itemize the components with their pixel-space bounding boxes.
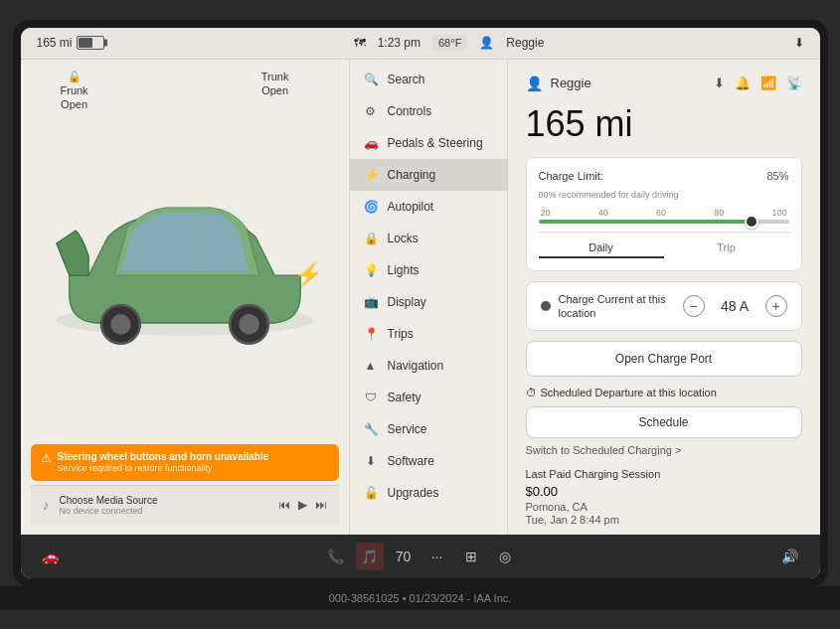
slider-label-80: 80 [714, 208, 724, 218]
charge-limit-section: Charge Limit: 85% 80% recommended for da… [526, 157, 802, 271]
svg-point-2 [110, 314, 131, 335]
menu-label-service: Service [388, 422, 427, 436]
taskbar-center: 📞 🎵 70 ··· ⊞ ◎ [322, 543, 519, 570]
main-screen: 165 mi 🗺 1:23 pm 68°F 👤 Reggie ⬇ [21, 28, 820, 578]
controls-icon: ⚙ [364, 104, 378, 118]
taskbar-volume-icon[interactable]: 🔊 [776, 543, 804, 570]
increase-current-button[interactable]: + [765, 295, 787, 317]
media-subtitle: No device connected [60, 506, 268, 516]
menu-item-search[interactable]: 🔍 Search [350, 64, 507, 95]
trips-icon: 📍 [364, 327, 378, 341]
main-content: 🔓 Frunk Open Trunk Open [21, 60, 820, 535]
menu-item-safety[interactable]: 🛡 Safety [350, 382, 507, 413]
plug-icon [541, 301, 551, 311]
open-charge-port-button[interactable]: Open Charge Port [526, 341, 802, 377]
media-controls[interactable]: ⏮ ▶ ⏭ [278, 498, 327, 512]
autopilot-icon: 🌀 [364, 200, 378, 214]
menu-label-controls: Controls [388, 104, 432, 118]
menu-label-navigation: Navigation [388, 359, 444, 373]
switch-charging-link[interactable]: Switch to Scheduled Charging > [526, 444, 802, 456]
slider-track[interactable] [539, 220, 789, 224]
taskbar-apps-icon[interactable]: ⊞ [457, 543, 485, 570]
last-session-amount: $0.00 [526, 484, 802, 499]
charge-limit-header: Charge Limit: 85% [539, 170, 789, 182]
menu-item-navigation[interactable]: ▲ Navigation [350, 350, 507, 382]
status-user-icon: 👤 [479, 36, 494, 50]
menu-label-upgrades: Upgrades [388, 486, 439, 500]
charge-limit-label: Charge Limit: [539, 170, 603, 182]
menu-item-service[interactable]: 🔧 Service [350, 413, 507, 445]
prev-button[interactable]: ⏮ [278, 498, 290, 512]
schedule-button[interactable]: Schedule [526, 406, 802, 438]
menu-item-pedals[interactable]: 🚗 Pedals & Steering [350, 127, 507, 159]
locks-icon: 🔒 [364, 232, 378, 245]
user-header: 👤 Reggie ⬇ 🔔 📶 📡 [526, 76, 802, 91]
menu-item-upgrades[interactable]: 🔓 Upgrades [350, 477, 507, 509]
taskbar-phone-icon[interactable]: 📞 [322, 543, 350, 570]
svg-point-4 [239, 314, 259, 335]
status-right: ⬇ [794, 36, 804, 50]
menu-label-locks: Locks [388, 232, 419, 245]
menu-label-autopilot: Autopilot [388, 200, 434, 214]
taskbar-dots-icon[interactable]: ··· [423, 543, 451, 570]
status-download-icon: ⬇ [794, 36, 804, 50]
download-icon: ⬇ [714, 76, 725, 90]
pedals-icon: 🚗 [364, 136, 378, 150]
status-time: 1:23 pm [378, 36, 420, 50]
svg-text:⚡: ⚡ [293, 260, 323, 288]
user-name: Reggie [551, 76, 591, 90]
warning-banner: ⚠ Steering wheel buttons and horn unavai… [31, 444, 339, 481]
taskbar-left: 🚗 [37, 543, 65, 570]
user-profile-icon: 👤 [526, 76, 543, 91]
charge-slider-container[interactable]: 20 40 60 80 100 [539, 208, 789, 224]
menu-item-lights[interactable]: 💡 Lights [350, 254, 507, 286]
menu-item-locks[interactable]: 🔒 Locks [350, 223, 507, 254]
status-user: Reggie [506, 36, 544, 50]
battery-fill [79, 38, 92, 48]
menu-item-controls[interactable]: ⚙ Controls [350, 95, 507, 127]
menu-item-trips[interactable]: 📍 Trips [350, 318, 507, 350]
car-labels: 🔓 Frunk Open Trunk Open [31, 70, 339, 112]
wifi-icon: 📡 [786, 76, 802, 90]
status-icon-map: 🗺 [354, 36, 366, 50]
taskbar-car-icon[interactable]: 🚗 [37, 543, 65, 570]
tab-trip[interactable]: Trip [664, 238, 789, 258]
range-large: 165 mi [526, 103, 802, 145]
menu-label-software: Software [388, 454, 434, 468]
menu-item-charging[interactable]: ⚡ Charging [350, 159, 507, 191]
menu-label-pedals: Pedals & Steering [388, 136, 483, 150]
slider-label-40: 40 [598, 208, 608, 218]
car-svg: ⚡ [31, 111, 339, 439]
frunk-title: Frunk [61, 83, 88, 97]
trunk-label: Trunk Open [261, 70, 289, 112]
scheduled-label: ⏱ Scheduled Departure at this location [526, 387, 802, 398]
last-session-location: Pomona, CA [526, 501, 802, 513]
warning-icon: ⚠ [41, 451, 52, 465]
bluetooth-icon: 📶 [760, 76, 776, 90]
service-icon: 🔧 [364, 422, 378, 436]
taskbar-music-icon[interactable]: 🎵 [356, 543, 384, 570]
scheduled-label-text: Scheduled Departure at this location [541, 387, 717, 398]
clock-icon: ⏱ [526, 387, 537, 398]
taskbar-gauge-icon[interactable]: ◎ [491, 543, 519, 570]
menu-label-search: Search [388, 73, 425, 86]
menu-item-display[interactable]: 📺 Display [350, 286, 507, 318]
menu-item-software[interactable]: ⬇ Software [350, 445, 507, 477]
trunk-title: Trunk [261, 70, 289, 83]
decrease-current-button[interactable]: − [683, 295, 705, 317]
slider-label-20: 20 [541, 208, 551, 218]
software-icon: ⬇ [364, 454, 378, 468]
next-button[interactable]: ⏭ [315, 498, 327, 512]
tab-daily[interactable]: Daily [539, 238, 664, 258]
menu-item-autopilot[interactable]: 🌀 Autopilot [350, 191, 507, 223]
menu-label-safety: Safety [388, 391, 421, 404]
play-button[interactable]: ▶ [298, 498, 307, 512]
battery-indicator: 165 mi [37, 36, 104, 50]
left-panel: 🔓 Frunk Open Trunk Open [21, 60, 349, 535]
media-bar: ♪ Choose Media Source No device connecte… [31, 485, 339, 525]
tesla-screen-frame: 165 mi 🗺 1:23 pm 68°F 👤 Reggie ⬇ [13, 20, 828, 586]
menu-label-charging: Charging [388, 168, 436, 182]
status-temp: 68°F [432, 35, 467, 51]
slider-thumb[interactable] [745, 215, 758, 229]
taskbar-temperature: 70 [396, 549, 412, 564]
